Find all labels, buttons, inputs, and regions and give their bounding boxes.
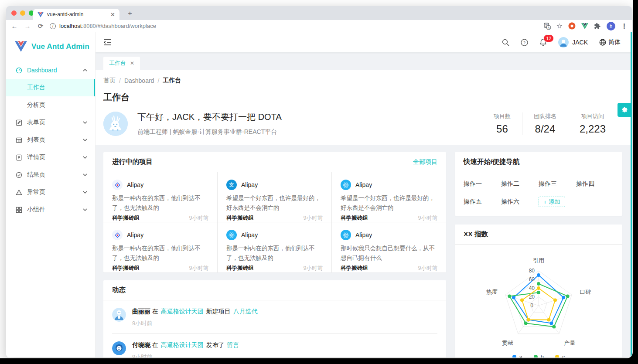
project-card[interactable]: Alipay 希望是一个好东西，也许是最好的，好东西是不会消亡的 科学搬砖组 9… [332,172,446,222]
activity-target-link[interactable]: 八月迭代 [233,308,258,315]
app-logo[interactable]: Vue Antd Admin [6,32,95,61]
extension-orange-icon[interactable] [568,22,576,30]
sidebar-item-dashboard[interactable]: Dashboard [6,61,95,79]
add-button[interactable]: + 添加 [539,197,565,207]
project-name[interactable]: Alipay [241,231,258,238]
activity-target-link[interactable]: 留言 [227,341,239,348]
translate-icon[interactable]: 文A [544,23,551,30]
chrome-tabstrip: vue-antd-admin ✕ + [6,6,632,20]
app-root: Vue Antd Admin Dashboard 工作台 分析页 [6,32,632,357]
sidebar-item-workplace[interactable]: 工作台 [6,79,95,96]
chevron-down-icon [83,156,87,159]
project-name[interactable]: Alipay [127,181,143,188]
project-name[interactable]: Alipay [355,181,372,188]
content-right-column: 快速开始/便捷导航 操作一 操作二 操作三 操作四 操作五 操作六 + 添加 [455,152,622,357]
activity-group-link[interactable]: 高逼格设计天团 [161,308,204,315]
sidebar-item-widgets[interactable]: 小组件 [6,201,95,218]
browser-actions: 文A ☆ h ⋮ [544,22,628,31]
quick-nav-link[interactable]: 操作一 [464,180,501,188]
greeting-subtitle: 前端工程师 | 蚂蚁金服-计算服务事业群-REACT平台 [137,128,282,136]
user-menu[interactable]: JACK [558,37,588,48]
vue-devtools-icon[interactable] [581,23,588,29]
project-card[interactable]: 支 Alipay 希望是一个好东西，也许是最好的，好东西是不会消亡的 科学搬砖组… [218,172,332,222]
tab-workplace[interactable]: 工作台 ✕ [103,57,140,70]
settings-gear-button[interactable] [618,103,631,117]
legend-item[interactable]: a [512,354,522,357]
svg-text:?: ? [523,40,525,45]
bookmark-star-icon[interactable]: ☆ [556,22,563,30]
language-switcher[interactable]: 简体 [599,38,621,46]
sidebar-collapse-icon[interactable] [103,39,111,46]
quick-nav-link[interactable]: 操作四 [576,180,614,188]
chart-legend[interactable]: abc [455,354,622,357]
search-icon[interactable] [502,39,509,46]
quick-nav-link[interactable]: 操作三 [539,180,576,188]
sidebar-item-analysis[interactable]: 分析页 [6,96,95,114]
quick-nav-link[interactable]: 操作二 [501,180,539,188]
breadcrumb-dashboard[interactable]: Dashboard [124,77,154,84]
quick-nav-link[interactable]: 操作五 [464,198,501,206]
site-info-icon[interactable]: i [50,23,56,29]
quick-nav-card: 快速开始/便捷导航 操作一 操作二 操作三 操作四 操作五 操作六 + 添加 [455,152,622,216]
sidebar-item-list[interactable]: 列表页 [6,131,95,149]
stat-label: 项目访问 [580,112,606,120]
page-header: 首页 / Dashboard / 工作台 工作台 下午好，JACK，要不要打一把… [96,70,632,145]
project-group[interactable]: 科学搬砖组 [112,214,140,222]
project-description: 那时候我只会想自己想要什么，从不想自己拥有什么 [341,244,437,263]
reload-icon[interactable]: ⟳ [37,22,44,30]
page-title: 工作台 [103,92,621,103]
activity-text: 曲丽丽 在 高逼格设计天团 新建项目 八月迭代 [132,308,259,316]
breadcrumb-home[interactable]: 首页 [103,77,116,85]
tab-title: vue-antd-admin [47,11,107,17]
activity-group-link[interactable]: 高逼格设计天团 [161,341,204,348]
activity-word: 在 [152,341,158,348]
dashboard-icon [16,67,22,74]
notification-bell-icon[interactable]: 12 [539,38,547,46]
project-name[interactable]: Alipay [355,231,372,238]
project-card[interactable]: Alipay 那是一种内在的东西，他们到达不了，也无法触及的 科学搬砖组 9小时… [103,172,218,222]
svg-text:引用: 引用 [533,257,544,264]
vue-logo-icon [15,41,27,52]
svg-text:贡献: 贡献 [502,340,513,346]
main-area: ? 12 JACK [96,32,632,357]
help-icon[interactable]: ? [521,39,528,46]
browser-tab[interactable]: vue-antd-admin ✕ [33,9,119,20]
close-window-button[interactable] [11,10,17,16]
all-projects-link[interactable]: 全部项目 [413,158,437,166]
project-group[interactable]: 科学搬砖组 [226,214,254,222]
project-card[interactable]: Alipay 那是一种内在的东西，他们到达不了，也无法触及的 科学搬砖组 9小时… [218,222,332,272]
legend-item[interactable]: b [534,354,544,357]
project-description: 希望是一个好东西，也许是最好的，好东西是不会消亡的 [226,194,323,213]
content: 进行中的项目 全部项目 Alipay 那是一种内在的东西，他们 [96,145,632,357]
project-description: 那是一种内在的东西，他们到达不了，也无法触及的 [112,194,208,213]
minimize-window-button[interactable] [20,10,25,16]
quick-nav-link[interactable]: 操作六 [501,198,539,206]
activity-user[interactable]: 付晓晓 [132,341,150,348]
chrome-profile-avatar[interactable]: h [607,22,615,31]
sidebar-item-exception[interactable]: 异常页 [6,184,95,201]
project-group[interactable]: 科学搬砖组 [341,214,368,222]
project-name[interactable]: Alipay [241,181,258,188]
legend-item[interactable]: c [555,354,565,357]
sidebar-item-result[interactable]: 结果页 [6,166,95,184]
close-tab-icon[interactable]: ✕ [130,60,134,66]
back-icon[interactable]: ← [10,22,18,30]
new-tab-button[interactable]: + [125,9,135,18]
sidebar-item-detail[interactable]: 详情页 [6,149,95,166]
forward-icon[interactable]: → [24,22,31,30]
chrome-menu-icon[interactable]: ⋮ [621,22,628,30]
project-card[interactable]: Alipay 那时候我只会想自己想要什么，从不想自己拥有什么 科学搬砖组 9小时… [332,222,446,272]
project-card[interactable]: Alipay 那是一种内在的东西，他们到达不了，也无法触及的 科学搬砖组 9小时… [103,222,218,272]
url-path: :8080/#/dashboard/workplace [82,23,156,29]
sidebar: Vue Antd Admin Dashboard 工作台 分析页 [6,32,96,357]
project-group[interactable]: 科学搬砖组 [226,265,254,272]
project-name[interactable]: Alipay [127,231,143,238]
project-group[interactable]: 科学搬砖组 [112,265,140,272]
url-bar[interactable]: i localhost:8080/#/dashboard/workplace [50,23,539,29]
project-group[interactable]: 科学搬砖组 [341,265,368,272]
activity-user[interactable]: 曲丽丽 [132,308,150,315]
extensions-puzzle-icon[interactable] [594,23,601,30]
tab-close-icon[interactable]: ✕ [110,11,115,18]
projects-card: 进行中的项目 全部项目 Alipay 那是一种内在的东西，他们 [103,152,446,272]
sidebar-item-form[interactable]: 表单页 [6,114,95,131]
